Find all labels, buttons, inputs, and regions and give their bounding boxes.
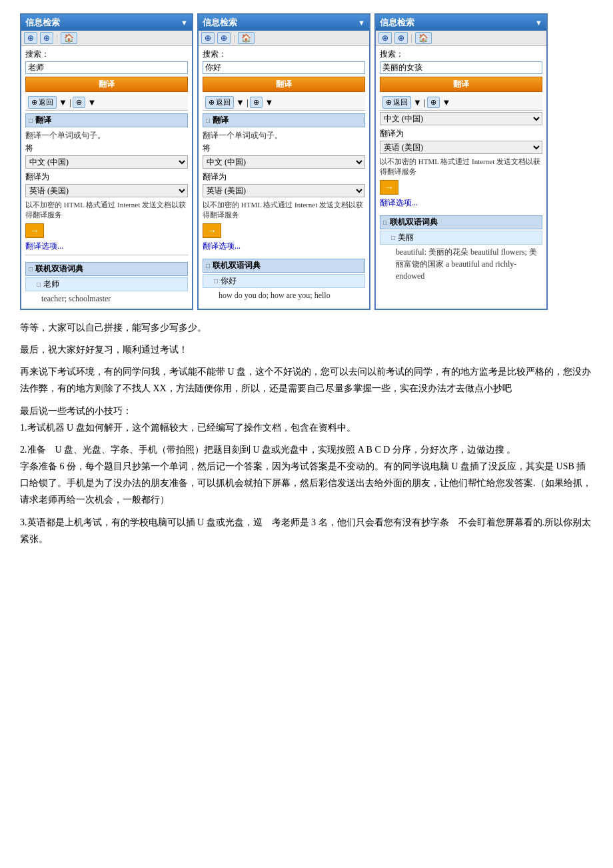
panel-2-sep: | [233, 33, 235, 43]
panel-3-toolbar: ⊕ ⊕ | 🏠 [376, 31, 546, 46]
panel-3-fwd-btn[interactable]: ⊕ [394, 32, 408, 44]
panel-3-options-link[interactable]: 翻译选项... [380, 197, 542, 209]
panel-1-go-btn[interactable]: → [25, 223, 44, 238]
panel-2-return-btn[interactable]: ⊕ 返回 [205, 96, 234, 109]
body-para-5: 3.英语都是上机考试，有的学校电脑可以插 U 盘或光盘，巡 考老师是 3 名，他… [20, 514, 593, 547]
panel-2-body: 搜索： 翻译 ⊕ 返回 ▼ | ⊕ ▼ □ 翻译 翻译一个单词或句子。 将 [199, 46, 369, 305]
panel-2-from-lang[interactable]: 中文 (中国) [203, 155, 365, 169]
panel-3-search-input[interactable] [380, 61, 542, 74]
panel-1-title: 信息检索 [25, 17, 60, 29]
panel-3-home-btn[interactable]: 🏠 [415, 32, 432, 44]
panel-1-return-btn[interactable]: ⊕ 返回 [28, 96, 57, 109]
panel-2-title: 信息检索 [203, 17, 237, 29]
panel-3-translate-btn[interactable]: 翻译 [380, 77, 542, 92]
body-section: 等等，大家可以自己拼接，能写多少写多少。 最后，祝大家好好复习，顺利通过考试！ … [20, 319, 593, 547]
panel-3-header: 信息检索 ▼ [376, 15, 546, 31]
panel-1-search-input[interactable] [25, 61, 188, 74]
panel-1-from-lang[interactable]: 中文 (中国) [25, 155, 188, 169]
panel-3-sep: | [410, 33, 412, 43]
panel-3-body: 搜索： 翻译 ⊕ 返回 ▼ | ⊕ ▼ 中文 (中国) 翻译为 英语 (美国) [376, 46, 546, 286]
body-para-1: 最后，祝大家好好复习，顺利通过考试！ [20, 341, 593, 358]
panel-2-home-btn[interactable]: 🏠 [238, 32, 255, 44]
panel-3-back-btn[interactable]: ⊕ [378, 32, 392, 44]
panel-1-home-btn[interactable]: 🏠 [61, 32, 77, 44]
panel-1-divider [25, 255, 188, 255]
panel-2-translate-section: 翻译一个单词或句子。 将 中文 (中国) 翻译为 英语 (美国) 以不加密的 H… [203, 129, 365, 256]
panel-3-arrow: ▼ [535, 19, 542, 27]
panel-3: 信息检索 ▼ ⊕ ⊕ | 🏠 搜索： 翻译 ⊕ 返回 ▼ | ⊕ ▼ [374, 13, 548, 310]
panel-3-entry-header: □ 美丽 [380, 231, 542, 245]
panel-2-nav: ⊕ 返回 ▼ | ⊕ ▼ [203, 95, 365, 111]
panel-1-sep: | [56, 33, 58, 43]
panel-3-go-btn[interactable]: → [380, 180, 398, 195]
panel-1-entry-header: □ 老师 [25, 277, 188, 291]
body-para-3: 最后说一些考试的小技巧： 1.考试机器 U 盘如何解开，这个篇幅较大，已经编写了… [20, 403, 593, 436]
panel-1-body: 搜索： 翻译 ⊕ 返回 ▼ | ⊕ ▼ □ 翻译 翻译一个单词或句子。 将 [21, 46, 192, 309]
panel-2-dict: □ 联机双语词典 □ 你好 how do you do; how are you… [203, 259, 365, 303]
panel-2-entry-content: how do you do; how are you; hello [203, 288, 365, 303]
panel-3-nav-btn2[interactable]: ⊕ [427, 97, 440, 108]
panel-1: 信息检索 ▼ ⊕ ⊕ | 🏠 搜索： 翻译 ⊕ 返回 ▼ | ⊕ ▼ [20, 13, 193, 310]
panel-3-search-label: 搜索： [380, 49, 542, 60]
panel-3-entry-content: beautiful: 美丽的花朵 beautiful flowers; 美丽富饶… [380, 245, 542, 283]
panel-1-back-btn[interactable]: ⊕ [24, 32, 37, 44]
panel-2-fwd-btn[interactable]: ⊕ [217, 32, 231, 44]
panel-3-to-lang[interactable]: 英语 (美国) [380, 141, 542, 154]
panel-2-go-btn[interactable]: → [203, 223, 221, 238]
panel-1-arrow: ▼ [181, 19, 188, 27]
panel-1-search-label: 搜索： [25, 49, 188, 60]
panels-container: 信息检索 ▼ ⊕ ⊕ | 🏠 搜索： 翻译 ⊕ 返回 ▼ | ⊕ ▼ [20, 13, 593, 310]
panel-1-fwd-btn[interactable]: ⊕ [40, 32, 53, 44]
panel-2-header: 信息检索 ▼ [199, 15, 369, 31]
panel-3-return-btn[interactable]: ⊕ 返回 [382, 96, 411, 109]
panel-1-translate-section-header: □ 翻译 [25, 113, 188, 127]
panel-3-from-lang[interactable]: 中文 (中国) [380, 112, 542, 125]
panel-1-to-lang[interactable]: 英语 (美国) [25, 184, 188, 197]
panel-2-translate-section-header: □ 翻译 [203, 113, 365, 127]
panel-2: 信息检索 ▼ ⊕ ⊕ | 🏠 搜索： 翻译 ⊕ 返回 ▼ | ⊕ ▼ [197, 13, 370, 310]
panel-3-nav: ⊕ 返回 ▼ | ⊕ ▼ [380, 95, 542, 111]
panel-3-translate-section: 中文 (中国) 翻译为 英语 (美国) 以不加密的 HTML 格式通过 Inte… [380, 111, 542, 213]
panel-2-arrow: ▼ [358, 19, 365, 27]
panel-2-search-input[interactable] [203, 61, 365, 74]
panel-1-header: 信息检索 ▼ [21, 15, 192, 31]
body-para-4: 2.准备 U 盘、光盘、字条、手机（带拍照）把题目刻到 U 盘或光盘中，实现按照… [20, 441, 593, 509]
panel-2-to-lang[interactable]: 英语 (美国) [203, 184, 365, 197]
panel-1-options-link[interactable]: 翻译选项... [25, 241, 188, 252]
panel-1-toolbar: ⊕ ⊕ | 🏠 [21, 31, 192, 46]
panel-3-title: 信息检索 [380, 17, 414, 29]
panel-2-back-btn[interactable]: ⊕ [201, 32, 215, 44]
panel-1-entry-content: teacher; schoolmaster [25, 291, 188, 306]
panel-1-dict-header: □ 联机双语词典 [25, 262, 188, 276]
panel-2-translate-btn[interactable]: 翻译 [203, 77, 365, 92]
panel-3-dict: □ 联机双语词典 □ 美丽 beautiful: 美丽的花朵 beautiful… [380, 215, 542, 283]
panel-2-toolbar: ⊕ ⊕ | 🏠 [199, 31, 369, 46]
panel-1-dict: □ 联机双语词典 □ 老师 teacher; schoolmaster [25, 262, 188, 306]
panel-1-nav: ⊕ 返回 ▼ | ⊕ ▼ [25, 95, 188, 111]
panel-3-dict-header: □ 联机双语词典 [380, 215, 542, 229]
body-para-2: 再来说下考试环境，有的同学问我，考试能不能带 U 盘，这个不好说的，您可以去问以… [20, 363, 593, 397]
panel-1-translate-section: 翻译一个单词或句子。 将 中文 (中国) 翻译为 英语 (美国) 以不加密的 H… [25, 129, 188, 259]
panel-1-translate-btn[interactable]: 翻译 [25, 77, 188, 92]
body-para-0: 等等，大家可以自己拼接，能写多少写多少。 [20, 319, 593, 336]
panel-2-entry-header: □ 你好 [203, 274, 365, 288]
panel-2-dict-header: □ 联机双语词典 [203, 259, 365, 273]
panel-2-options-link[interactable]: 翻译选项... [203, 241, 365, 252]
panel-2-search-label: 搜索： [203, 49, 365, 60]
panel-1-nav-btn2[interactable]: ⊕ [73, 97, 85, 108]
panel-2-nav-btn2[interactable]: ⊕ [250, 97, 263, 108]
